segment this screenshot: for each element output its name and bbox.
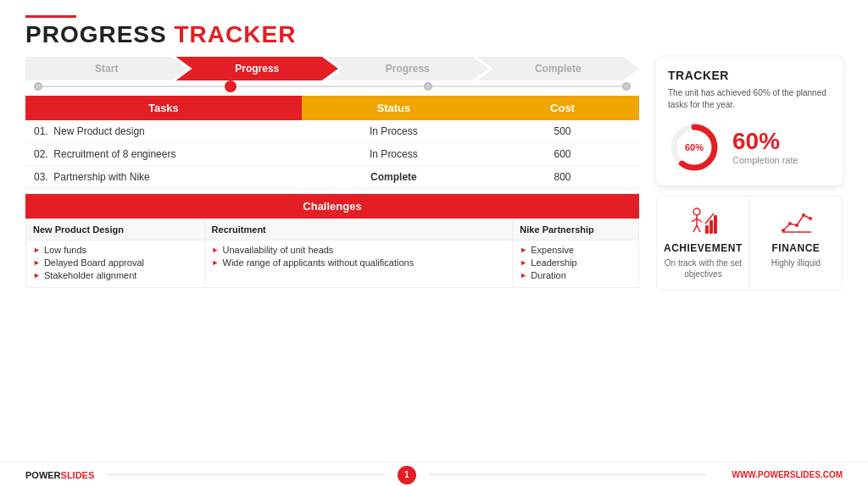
svg-rect-9 (709, 220, 713, 234)
task-cost: 800 (486, 166, 639, 189)
challenge-col2-header: Recruitment (204, 219, 513, 241)
tasks-table: Tasks Status Cost 01. New Product design… (25, 96, 639, 189)
svg-line-5 (697, 219, 702, 222)
tracker-rate: Completion rate (732, 155, 798, 165)
tasks-header: Tasks (25, 96, 302, 120)
table-row: 01. New Product design In Process 500 (25, 120, 639, 143)
tracker-title: TRACKER (668, 69, 831, 82)
table-row: 03. Partnership with Nike Complete 800 (25, 166, 639, 189)
svg-rect-10 (714, 215, 717, 234)
footer-page-number: 1 (398, 466, 416, 484)
task-cost: 600 (486, 143, 639, 166)
footer-brand: POWERSLIDES (25, 470, 94, 480)
svg-line-6 (693, 225, 697, 232)
cost-header: Cost (486, 96, 639, 120)
progress-bar (25, 86, 639, 87)
finance-icon (757, 207, 835, 237)
progress-dot-2 (225, 80, 236, 92)
finance-title: FINANCE (757, 242, 835, 254)
bullet-arrow-icon: ► (33, 271, 41, 279)
progress-dot-3 (424, 82, 432, 91)
tracker-description: The unit has achieved 60% of the planned… (668, 87, 831, 111)
task-cost: 500 (486, 120, 639, 143)
task-name: 03. Partnership with Nike (25, 166, 302, 189)
achievement-description: On track with the set objectives (664, 257, 743, 279)
achievement-icon (664, 207, 743, 237)
progress-line (34, 86, 631, 87)
header-accent-line (25, 15, 76, 18)
bullet-arrow-icon: ► (520, 246, 527, 254)
step-progress-1[interactable]: Progress (176, 57, 339, 80)
bullet-item: ► Leadership (520, 257, 632, 268)
progress-dot-4 (622, 82, 631, 91)
bullet-arrow-icon: ► (212, 258, 220, 267)
task-status-complete: Complete (302, 166, 486, 189)
tracker-percentage-block: 60% Completion rate (732, 130, 798, 165)
bullet-item: ► Low funds (33, 245, 198, 255)
svg-point-13 (795, 224, 798, 227)
bullet-item: ► Wide range of applicants without quali… (212, 257, 506, 268)
header: PROGRESS TRACKER (0, 0, 868, 48)
svg-point-12 (788, 222, 792, 225)
step-start[interactable]: Start (25, 57, 188, 80)
steps-container: Start Progress Progress Complete (25, 57, 639, 80)
bullet-arrow-icon: ► (520, 271, 527, 279)
svg-point-2 (693, 208, 700, 215)
svg-line-4 (692, 219, 697, 222)
bullet-item: ► Delayed Board approval (33, 257, 198, 268)
achievement-card: ACHIEVEMENT On track with the set object… (657, 196, 750, 290)
bullet-item: ► Expensive (520, 245, 632, 255)
bullet-arrow-icon: ► (212, 246, 220, 254)
bullet-arrow-icon: ► (520, 258, 527, 267)
challenges-row: ► Low funds ► Delayed Board approval ► S… (26, 241, 639, 288)
finance-description: Highly illiquid (757, 257, 835, 268)
donut-label: 60% (685, 142, 704, 152)
achievement-title: ACHIEVEMENT (664, 242, 743, 254)
bullet-item: ► Stakeholder alignment (33, 270, 198, 280)
step-complete[interactable]: Complete (477, 57, 640, 80)
tracker-stats: 60% 60% Completion rate (668, 121, 831, 174)
challenge-col1-header: New Product Design (26, 219, 205, 241)
task-name: 02. Recruitment of 8 engineers (25, 143, 302, 166)
status-header: Status (302, 96, 486, 120)
challenge-col2-items: ► Unavailability of unit heads ► Wide ra… (204, 241, 513, 288)
tracker-percent: 60% (732, 130, 798, 153)
left-panel: Start Progress Progress Complete (25, 57, 639, 291)
challenges-header: Challenges (25, 194, 639, 219)
svg-point-14 (802, 213, 805, 217)
footer-line-right (429, 474, 707, 475)
finance-card: FINANCE Highly illiquid (750, 196, 842, 290)
main-content: Start Progress Progress Complete (0, 48, 868, 291)
bullet-item: ► Duration (520, 270, 632, 280)
page-title: PROGRESS TRACKER (25, 21, 843, 48)
svg-point-15 (809, 217, 812, 220)
challenge-col3-items: ► Expensive ► Leadership ► Duration (513, 241, 639, 288)
task-name: 01. New Product design (25, 120, 302, 143)
progress-dot-1 (34, 82, 42, 91)
bullet-arrow-icon: ► (33, 246, 41, 254)
tracker-card: TRACKER The unit has achieved 60% of the… (656, 57, 843, 185)
footer: POWERSLIDES 1 WWW.POWERSLIDES.COM (0, 462, 868, 487)
challenge-col1-items: ► Low funds ► Delayed Board approval ► S… (26, 241, 205, 288)
step-progress-2[interactable]: Progress (326, 57, 489, 80)
footer-line-left (107, 474, 385, 475)
task-status: In Process (302, 143, 486, 166)
donut-chart: 60% (668, 121, 721, 174)
bullet-item: ► Unavailability of unit heads (212, 245, 506, 255)
svg-line-7 (697, 225, 700, 232)
bullet-arrow-icon: ► (33, 258, 41, 267)
challenges-table: New Product Design Recruitment Nike Part… (25, 219, 639, 288)
bottom-cards: ACHIEVEMENT On track with the set object… (656, 196, 843, 291)
footer-url: WWW.POWERSLIDES.COM (732, 470, 843, 479)
task-status: In Process (302, 120, 486, 143)
svg-rect-8 (705, 225, 709, 234)
right-panel: TRACKER The unit has achieved 60% of the… (656, 57, 843, 291)
table-row: 02. Recruitment of 8 engineers In Proces… (25, 143, 639, 166)
challenge-col3-header: Nike Partnership (513, 219, 639, 241)
